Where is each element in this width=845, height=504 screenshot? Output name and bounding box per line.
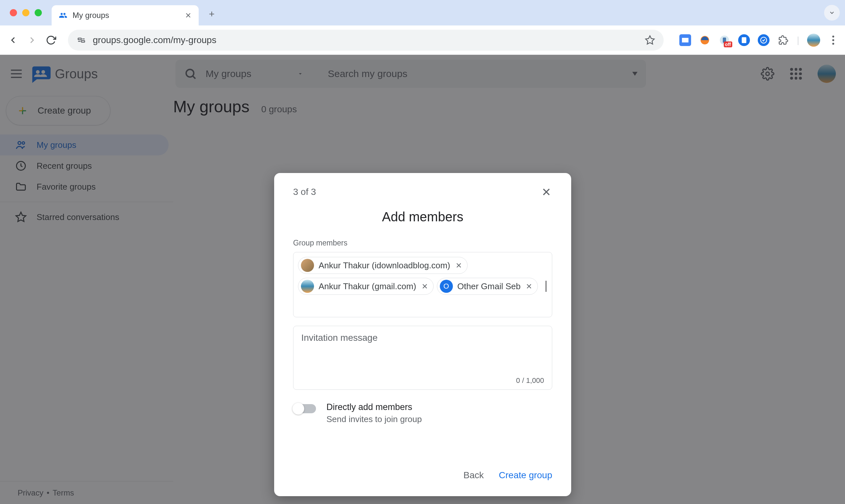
browser-tab-strip: My groups + — [0, 0, 845, 25]
site-settings-icon[interactable] — [76, 35, 86, 45]
svg-marker-4 — [645, 36, 654, 44]
reload-button[interactable] — [45, 34, 57, 47]
svg-rect-0 — [78, 38, 81, 39]
maximize-window-button[interactable] — [35, 9, 42, 16]
extension-icon-4[interactable] — [738, 34, 750, 46]
new-tab-button[interactable]: + — [205, 7, 218, 21]
extension-icons-area: off | — [679, 34, 839, 47]
toggle-subtitle: Send invites to join group — [326, 414, 422, 424]
extension-icon-5[interactable] — [758, 34, 770, 46]
close-icon[interactable] — [540, 186, 552, 198]
browser-toolbar: groups.google.com/my-groups off | — [0, 25, 845, 55]
extensions-menu-button[interactable] — [777, 34, 789, 46]
tab-overflow-button[interactable] — [824, 5, 840, 21]
toggle-title: Directly add members — [326, 402, 422, 412]
member-chip: Ankur Thakur (gmail.com) — [298, 278, 434, 295]
add-members-modal: 3 of 3 Add members Group members Ankur T… — [274, 173, 571, 496]
extension-icon-3[interactable]: off — [719, 34, 730, 46]
svg-rect-9 — [742, 37, 746, 43]
char-count: 0 / 1,000 — [516, 376, 544, 385]
invitation-placeholder: Invitation message — [301, 332, 377, 343]
tab-favicon-icon — [58, 11, 68, 20]
svg-rect-1 — [81, 40, 85, 42]
chip-avatar: O — [440, 280, 453, 293]
extension-icon-1[interactable] — [679, 34, 691, 46]
member-chip: Ankur Thakur (idownloadblog.com) — [298, 257, 468, 274]
text-cursor — [546, 281, 546, 292]
toggle-knob — [292, 403, 304, 415]
member-chip: O Other Gmail Seb — [437, 278, 538, 295]
members-field-label: Group members — [293, 239, 552, 248]
chip-remove-icon[interactable] — [525, 282, 533, 290]
back-button[interactable] — [6, 34, 20, 47]
invitation-message-input[interactable]: Invitation message 0 / 1,000 — [293, 326, 552, 390]
close-window-button[interactable] — [10, 9, 17, 16]
directly-add-toggle[interactable] — [293, 404, 316, 413]
step-indicator: 3 of 3 — [293, 187, 316, 197]
chrome-menu-button[interactable] — [828, 36, 839, 45]
create-group-submit-button[interactable]: Create group — [499, 470, 552, 481]
chevron-down-icon — [829, 10, 835, 16]
bookmark-star-icon[interactable] — [645, 35, 655, 46]
profile-avatar-button[interactable] — [807, 34, 820, 47]
chip-name: Ankur Thakur (gmail.com) — [318, 282, 416, 291]
chip-remove-icon[interactable] — [421, 282, 429, 290]
chip-remove-icon[interactable] — [455, 262, 463, 269]
chip-name: Ankur Thakur (idownloadblog.com) — [318, 260, 450, 271]
modal-title: Add members — [293, 210, 552, 224]
tab-title: My groups — [72, 11, 180, 20]
svg-rect-5 — [682, 38, 689, 42]
tab-close-icon[interactable] — [184, 12, 192, 19]
members-input[interactable]: Ankur Thakur (idownloadblog.com) Ankur T… — [293, 252, 552, 317]
chip-avatar — [301, 259, 314, 272]
forward-button[interactable] — [25, 34, 38, 47]
chip-name: Other Gmail Seb — [458, 282, 521, 291]
window-controls — [10, 9, 42, 16]
address-bar[interactable]: groups.google.com/my-groups — [68, 30, 663, 51]
minimize-window-button[interactable] — [22, 9, 30, 16]
chip-avatar — [301, 280, 314, 293]
back-button[interactable]: Back — [463, 470, 484, 481]
url-text: groups.google.com/my-groups — [93, 35, 638, 46]
browser-tab[interactable]: My groups — [52, 5, 199, 25]
extension-icon-2[interactable] — [699, 34, 711, 46]
